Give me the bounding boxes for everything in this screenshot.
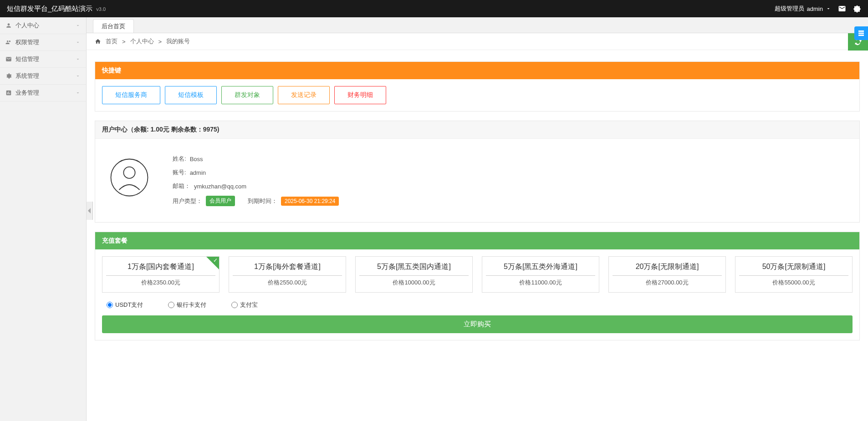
sidebar-item-label: 业务管理 <box>15 89 39 97</box>
home-icon <box>95 38 101 45</box>
chevron-down-icon <box>75 56 81 62</box>
plan-title: 5万条[黑五类外海通道] <box>486 262 595 276</box>
tabs-row: 后台首页 <box>87 17 868 33</box>
breadcrumb-level2: 我的账号 <box>166 37 190 46</box>
chevron-down-icon <box>75 90 81 96</box>
user-panel: 用户中心（余额: 1.00元 剩余条数：9975) 姓名:Boss 账号:adm… <box>95 121 860 223</box>
user-name-value: Boss <box>190 156 203 162</box>
user-panel-title: 用户中心（余额: 1.00元 剩余条数：9975) <box>95 121 859 139</box>
chevron-down-icon <box>75 23 81 28</box>
avatar <box>107 155 152 200</box>
user-account-value: admin <box>190 169 206 176</box>
pay-radio[interactable] <box>168 302 174 308</box>
sidebar: 个人中心权限管理短信管理系统管理业务管理 <box>0 17 87 421</box>
sidebar-item[interactable]: 个人中心 <box>0 17 86 34</box>
breadcrumb-level1[interactable]: 个人中心 <box>130 37 154 46</box>
sidebar-item[interactable]: 业务管理 <box>0 85 86 101</box>
user-role: 超级管理员 <box>775 5 804 13</box>
pay-method[interactable]: 支付宝 <box>231 301 258 309</box>
chevron-down-icon <box>826 6 831 11</box>
user-email-value: ymkuzhan@qq.com <box>194 183 246 190</box>
plan-title: 1万条[国内套餐通道] <box>106 262 215 276</box>
plan-title: 20万条[无限制通道] <box>613 262 722 276</box>
quick-button[interactable]: 群发对象 <box>221 86 273 104</box>
user-type-badge: 会员用户 <box>206 196 235 206</box>
quick-button[interactable]: 短信服务商 <box>102 86 160 104</box>
expire-badge: 2025-06-30 21:29:24 <box>281 197 339 206</box>
plan-title: 5万条[黑五类国内通道] <box>359 262 469 276</box>
top-bar: 短信群发平台_亿码酷站演示 v3.0 超级管理员 admin <box>0 0 868 17</box>
menu-item-icon <box>5 39 12 46</box>
pay-method[interactable]: 银行卡支付 <box>168 301 206 309</box>
quick-panel-title: 快捷键 <box>95 62 859 79</box>
app-version: v3.0 <box>96 6 106 12</box>
plans-panel-title: 充值套餐 <box>95 232 859 249</box>
quick-button[interactable]: 财务明细 <box>334 86 386 104</box>
menu-item-icon <box>5 90 12 96</box>
plan-card[interactable]: 1万条[国内套餐通道]价格2350.00元 <box>102 256 220 293</box>
sidebar-collapse-handle[interactable] <box>87 202 93 220</box>
quick-panel: 快捷键 短信服务商短信模板群发对象发送记录财务明细 <box>95 61 860 112</box>
svg-point-1 <box>123 167 135 178</box>
plan-card[interactable]: 5万条[黑五类国内通道]价格10000.00元 <box>355 256 473 293</box>
pay-radio[interactable] <box>107 302 113 308</box>
breadcrumb-home-text[interactable]: 首页 <box>106 37 117 46</box>
sidebar-item-label: 系统管理 <box>15 72 39 80</box>
svg-point-0 <box>111 159 148 196</box>
breadcrumb: 首页 > 个人中心 > 我的账号 <box>87 33 868 50</box>
quick-button[interactable]: 发送记录 <box>278 86 330 104</box>
tab-home[interactable]: 后台首页 <box>93 19 134 33</box>
sidebar-item-label: 短信管理 <box>15 55 39 63</box>
app-title: 短信群发平台_亿码酷站演示 <box>7 5 92 13</box>
quick-button[interactable]: 短信模板 <box>165 86 217 104</box>
plan-price: 价格11000.00元 <box>486 279 595 287</box>
pay-radio[interactable] <box>231 302 238 308</box>
plan-price: 价格10000.00元 <box>359 279 469 287</box>
chevron-down-icon <box>75 40 81 45</box>
mail-icon[interactable] <box>838 5 846 13</box>
user-menu[interactable]: 超级管理员 admin <box>775 5 831 13</box>
user-name: admin <box>807 5 823 12</box>
plan-title: 1万条[海外套餐通道] <box>233 262 342 276</box>
menu-item-icon <box>5 73 12 79</box>
plan-price: 价格55000.00元 <box>739 279 848 287</box>
sidebar-item[interactable]: 权限管理 <box>0 34 86 51</box>
buy-button[interactable]: 立即购买 <box>102 315 853 333</box>
plan-card[interactable]: 5万条[黑五类外海通道]价格11000.00元 <box>482 256 599 293</box>
chevron-down-icon <box>75 73 81 79</box>
sidebar-item-label: 权限管理 <box>15 38 39 46</box>
plan-price: 价格27000.00元 <box>613 279 722 287</box>
theme-icon[interactable] <box>853 5 861 13</box>
sidebar-item-label: 个人中心 <box>15 21 39 30</box>
plan-title: 50万条[无限制通道] <box>739 262 848 276</box>
main-content: 后台首页 首页 > 个人中心 > 我的账号 快捷键 短信服务商短信模板群发对象发… <box>87 17 868 421</box>
sidebar-item[interactable]: 系统管理 <box>0 68 86 85</box>
plan-card[interactable]: 20万条[无限制通道]价格27000.00元 <box>608 256 726 293</box>
plan-card[interactable]: 50万条[无限制通道]价格55000.00元 <box>735 256 853 293</box>
menu-item-icon <box>5 22 12 29</box>
floating-helper-badge[interactable] <box>854 26 868 40</box>
plan-card[interactable]: 1万条[海外套餐通道]价格2550.00元 <box>229 256 346 293</box>
sidebar-item[interactable]: 短信管理 <box>0 51 86 68</box>
pay-method[interactable]: USDT支付 <box>107 301 143 309</box>
menu-item-icon <box>5 56 12 62</box>
plans-panel: 充值套餐 1万条[国内套餐通道]价格2350.00元1万条[海外套餐通道]价格2… <box>95 232 860 340</box>
plan-price: 价格2550.00元 <box>233 279 342 287</box>
plan-price: 价格2350.00元 <box>106 279 215 287</box>
